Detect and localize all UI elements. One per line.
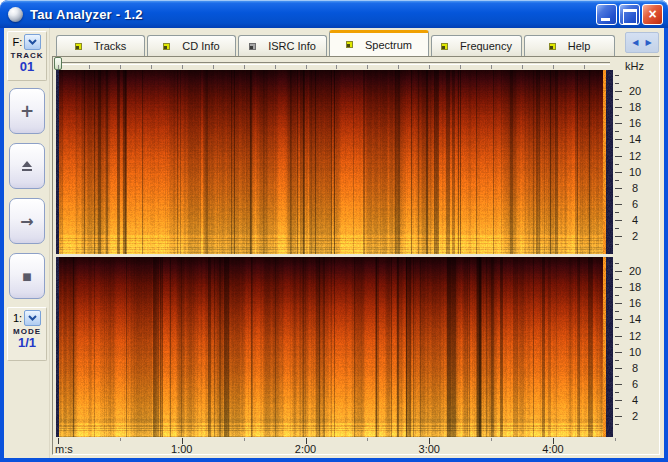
eject-button[interactable]: [9, 143, 45, 189]
freq-tick: [615, 392, 619, 393]
freq-tick: [615, 188, 622, 189]
drive-track-group: F: TRACK 01: [7, 31, 47, 81]
eject-icon: [21, 161, 33, 172]
tab-cd-info[interactable]: CD Info: [147, 35, 236, 56]
ruler-tick: [213, 65, 214, 69]
freq-tick-label: 2: [625, 410, 645, 422]
mode-group: 1: MODE 1/1: [7, 307, 47, 361]
maximize-button[interactable]: [619, 4, 640, 25]
freq-tick: [615, 91, 622, 92]
freq-tick: [615, 180, 619, 181]
freq-tick: [615, 123, 622, 124]
tab-help[interactable]: Help: [524, 35, 615, 56]
freq-tick: [615, 244, 619, 245]
freq-tick: [615, 352, 622, 353]
tab-label: CD Info: [182, 40, 219, 52]
title-bar: Tau Analyzer - 1.2 ×: [0, 0, 668, 28]
freq-tick-label: 16: [625, 297, 645, 309]
freq-tick-label: 10: [625, 346, 645, 358]
spectrogram-canvas-ch2: [56, 257, 613, 437]
freq-tick: [615, 204, 622, 205]
sidebar: F: TRACK 01 +→■ 1: MODE 1/1: [4, 28, 50, 458]
chevron-down-icon: [28, 39, 37, 45]
tab-label: Frequency: [460, 40, 512, 52]
freq-tick: [615, 271, 622, 272]
tab-label: Tracks: [94, 40, 127, 52]
freq-tick: [615, 131, 619, 132]
freq-tick: [615, 164, 619, 165]
freq-tick: [615, 303, 622, 304]
ruler-tick: [491, 65, 492, 69]
ruler-tick: [367, 65, 368, 69]
tab-scroll-left-icon[interactable]: ◀: [632, 39, 638, 47]
time-tick-minor: [244, 438, 245, 441]
next-track-button[interactable]: →: [9, 198, 45, 244]
time-tick-label: 2:00: [290, 443, 322, 455]
freq-tick-label: 6: [625, 378, 645, 390]
freq-tick: [615, 196, 619, 197]
tab-scroll-right-icon[interactable]: ▶: [646, 39, 652, 47]
tab-status-indicator-icon: [75, 43, 82, 50]
time-tick-label: 1:00: [166, 443, 198, 455]
tab-isrc-info[interactable]: ISRC Info: [238, 35, 327, 56]
ruler-tick: [429, 65, 430, 69]
position-slider-track[interactable]: [57, 62, 610, 65]
freq-tick: [615, 147, 619, 148]
tab-label: ISRC Info: [268, 40, 316, 52]
minimize-button[interactable]: [596, 4, 617, 25]
ruler-tick: [336, 65, 337, 69]
tab-spectrum[interactable]: Spectrum: [329, 30, 429, 56]
freq-tick: [615, 83, 619, 84]
ruler-tick: [182, 65, 183, 69]
freq-tick: [615, 287, 622, 288]
stop-button[interactable]: ■: [9, 253, 45, 299]
freq-tick-label: 10: [625, 166, 645, 178]
freq-tick: [615, 139, 622, 140]
freq-tick: [615, 212, 619, 213]
tab-frequency[interactable]: Frequency: [431, 35, 522, 56]
freq-tick-label: 20: [625, 85, 645, 97]
freq-tick: [615, 319, 622, 320]
freq-tick: [615, 327, 619, 328]
freq-tick: [615, 408, 619, 409]
freq-tick-label: 8: [625, 182, 645, 194]
freq-tick: [615, 384, 622, 385]
ruler-tick: [522, 65, 523, 69]
freq-tick-label: 6: [625, 198, 645, 210]
time-tick-minor: [367, 438, 368, 441]
ruler-tick: [120, 65, 121, 69]
add-track-button[interactable]: +: [9, 88, 45, 134]
freq-tick: [615, 311, 619, 312]
freq-tick-label: 4: [625, 214, 645, 226]
tab-status-indicator-icon: [249, 43, 256, 50]
ruler-tick: [460, 65, 461, 69]
freq-tick: [615, 220, 622, 221]
close-button[interactable]: ×: [642, 4, 663, 25]
stop-icon: ■: [22, 271, 31, 282]
freq-tick-label: 20: [625, 265, 645, 277]
time-tick: [58, 438, 59, 444]
freq-axis-unit: kHz: [625, 60, 644, 72]
drive-select-dropdown[interactable]: [24, 34, 41, 50]
plus-icon: +: [20, 101, 34, 121]
app-icon: [8, 7, 23, 22]
tab-status-indicator-icon: [441, 43, 448, 50]
time-tick-minor: [615, 438, 616, 441]
mode-select-label: 1:: [13, 312, 22, 324]
freq-tick: [615, 156, 622, 157]
drive-select-label: F:: [13, 36, 23, 48]
freq-tick-label: 4: [625, 394, 645, 406]
freq-tick-label: 8: [625, 362, 645, 374]
ruler-tick: [151, 65, 152, 69]
tab-label: Spectrum: [365, 39, 412, 51]
mode-select-dropdown[interactable]: [24, 310, 41, 326]
freq-tick: [615, 228, 619, 229]
ruler-tick: [89, 65, 90, 69]
freq-tick-label: 16: [625, 117, 645, 129]
ruler-tick: [553, 65, 554, 69]
tab-tracks[interactable]: Tracks: [56, 35, 145, 56]
ruler-tick: [306, 65, 307, 69]
freq-tick-label: 12: [625, 330, 645, 342]
spectrogram-canvas-ch1: [56, 70, 613, 254]
spectrogram-panel: kHz m:s 24681012141618202468101214161820…: [52, 56, 660, 455]
